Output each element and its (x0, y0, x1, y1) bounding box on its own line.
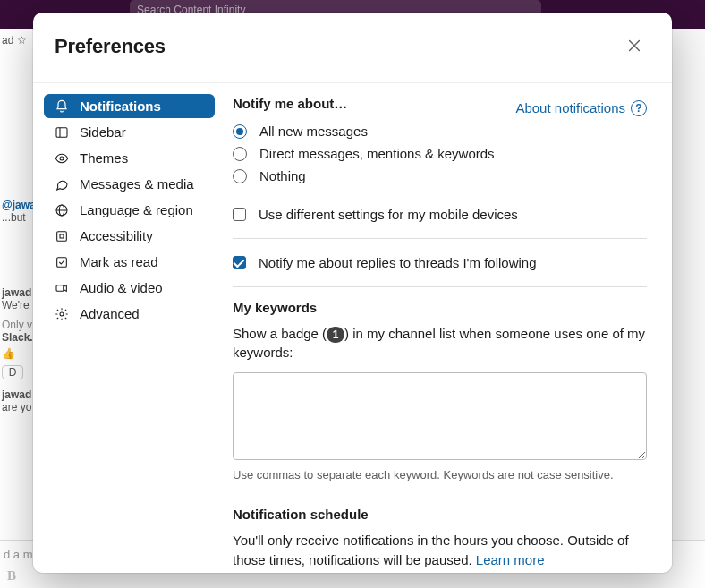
divider (233, 286, 647, 287)
checkbox-thread-replies[interactable]: Notify me about replies to threads I'm f… (233, 251, 647, 274)
modal-title: Preferences (55, 35, 166, 58)
nav-label: Audio & video (80, 280, 163, 295)
nav-item-messages[interactable]: Messages & media (44, 172, 215, 196)
checkbox-icon (233, 208, 246, 221)
svg-rect-9 (60, 234, 64, 238)
checkbox-label: Use different settings for my mobile dev… (259, 207, 518, 222)
radio-label: All new messages (259, 124, 368, 139)
nav-item-themes[interactable]: Themes (44, 146, 215, 170)
nav-label: Messages & media (80, 176, 194, 192)
checkbox-icon (233, 256, 246, 269)
help-icon: ? (631, 100, 647, 116)
svg-rect-10 (57, 257, 67, 267)
radio-label: Direct messages, mentions & keywords (259, 146, 495, 161)
schedule-header: Notification schedule (233, 507, 647, 522)
check-square-icon (55, 255, 69, 269)
preferences-content[interactable]: Notify me about… About notifications ? A… (225, 83, 672, 573)
nav-label: Sidebar (80, 124, 126, 140)
nav-label: Notifications (80, 98, 161, 114)
badge-example: 1 (327, 327, 344, 343)
gear-icon (55, 307, 69, 321)
svg-rect-2 (56, 127, 67, 137)
svg-point-4 (60, 157, 64, 160)
close-icon (626, 38, 642, 56)
video-icon (55, 281, 69, 295)
keywords-description: Show a badge (1) in my channel list when… (233, 324, 647, 362)
keywords-header: My keywords (233, 300, 647, 315)
radio-all-messages[interactable]: All new messages (233, 120, 647, 142)
checkbox-mobile-settings[interactable]: Use different settings for my mobile dev… (233, 203, 647, 226)
nav-label: Language & region (80, 202, 193, 217)
radio-icon (233, 147, 247, 161)
learn-more-link[interactable]: Learn more (476, 552, 545, 567)
svg-rect-8 (57, 231, 67, 241)
svg-rect-11 (56, 285, 64, 291)
nav-item-accessibility[interactable]: Accessibility (44, 224, 215, 248)
svg-point-12 (60, 312, 64, 316)
radio-icon (233, 169, 247, 183)
nav-item-audiovideo[interactable]: Audio & video (44, 276, 215, 300)
nav-item-markasread[interactable]: Mark as read (44, 250, 215, 274)
keywords-hint: Use commas to separate each keyword. Key… (233, 468, 647, 481)
eye-icon (55, 151, 69, 166)
checkbox-label: Notify me about replies to threads I'm f… (259, 255, 537, 270)
message-icon (55, 177, 69, 192)
nav-item-sidebar[interactable]: Sidebar (44, 120, 215, 144)
nav-label: Advanced (80, 306, 140, 321)
nav-label: Accessibility (80, 228, 153, 243)
nav-item-language[interactable]: Language & region (44, 198, 215, 222)
bell-icon (55, 99, 69, 114)
schedule-description: You'll only receive notifications in the… (233, 531, 647, 570)
keywords-input[interactable] (233, 372, 647, 460)
preferences-sidebar: Notifications Sidebar Themes Messages & … (33, 83, 225, 573)
nav-label: Themes (80, 150, 128, 166)
about-link-text: About notifications (515, 100, 625, 115)
about-notifications-link[interactable]: About notifications ? (515, 100, 647, 116)
nav-item-notifications[interactable]: Notifications (44, 94, 215, 118)
radio-label: Nothing (259, 168, 306, 183)
divider (233, 238, 647, 239)
preferences-modal: Preferences Notifications Sidebar Themes (33, 13, 672, 573)
radio-icon (233, 124, 247, 139)
close-button[interactable] (618, 30, 650, 63)
sidebar-icon (55, 125, 69, 140)
radio-dm-mentions[interactable]: Direct messages, mentions & keywords (233, 142, 647, 165)
nav-item-advanced[interactable]: Advanced (44, 302, 215, 326)
globe-icon (55, 203, 69, 217)
nav-label: Mark as read (80, 254, 158, 269)
accessibility-icon (55, 229, 69, 243)
radio-nothing[interactable]: Nothing (233, 165, 647, 187)
notify-header: Notify me about… (233, 96, 347, 111)
